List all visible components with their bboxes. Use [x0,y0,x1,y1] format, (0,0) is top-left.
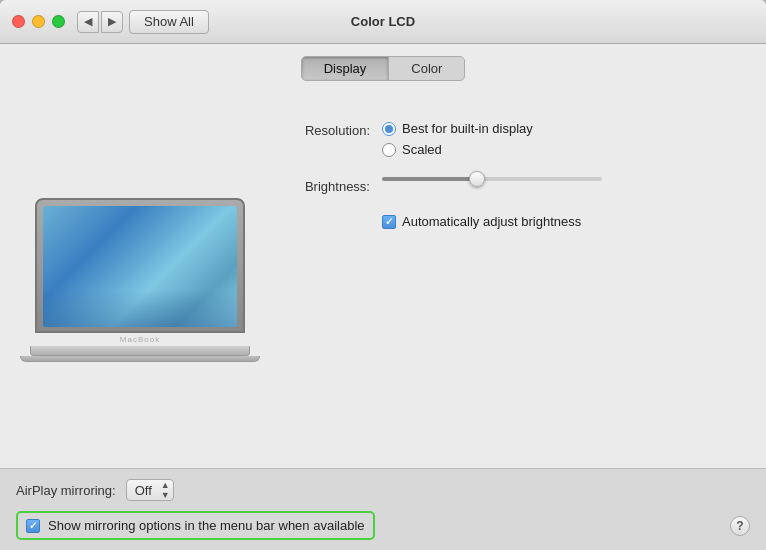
resolution-best-label: Best for built-in display [402,121,533,136]
auto-brightness-row: ✓ Automatically adjust brightness [280,214,736,229]
laptop-bottom [20,356,260,362]
checkmark-icon: ✓ [385,217,393,227]
laptop-illustration: MacBook [35,198,245,362]
traffic-lights [12,15,65,28]
airplay-row: AirPlay mirroring: Off On ▲ ▼ [16,479,750,501]
back-button[interactable]: ◀ [77,11,99,33]
resolution-scaled-option[interactable]: Scaled [382,142,533,157]
auto-brightness-label: Automatically adjust brightness [402,214,581,229]
forward-button[interactable]: ▶ [101,11,123,33]
show-all-button[interactable]: Show All [129,10,209,34]
mirroring-row: ✓ Show mirroring options in the menu bar… [16,511,375,540]
laptop-area: MacBook [20,101,260,458]
resolution-row: Resolution: Best for built-in display Sc… [280,121,736,157]
brightness-label: Brightness: [280,177,370,194]
minimize-button[interactable] [32,15,45,28]
tab-display[interactable]: Display [302,57,390,80]
tabs-area: Display Color [0,44,766,91]
auto-brightness-checkbox[interactable]: ✓ [382,215,396,229]
laptop-base [30,346,250,356]
resolution-best-option[interactable]: Best for built-in display [382,121,533,136]
airplay-select-wrapper[interactable]: Off On ▲ ▼ [126,479,174,501]
mirroring-label: Show mirroring options in the menu bar w… [48,518,365,533]
titlebar: ◀ ▶ Show All Color LCD [0,0,766,44]
bottom-bar: AirPlay mirroring: Off On ▲ ▼ ✓ Show mir… [0,468,766,550]
brightness-row: Brightness: [280,177,736,194]
nav-buttons: ◀ ▶ [77,11,123,33]
brightness-slider-container[interactable] [382,177,602,181]
laptop-brand: MacBook [35,335,245,344]
bottom-actions: ✓ Show mirroring options in the menu bar… [16,511,750,540]
resolution-scaled-radio[interactable] [382,143,396,157]
brightness-slider-track[interactable] [382,177,602,181]
close-button[interactable] [12,15,25,28]
auto-brightness-option[interactable]: ✓ Automatically adjust brightness [382,214,581,229]
auto-brightness-spacer [280,214,370,216]
window-title: Color LCD [351,14,415,29]
tab-color[interactable]: Color [389,57,464,80]
tab-group: Display Color [301,56,466,81]
main-window: ◀ ▶ Show All Color LCD Display Color Mac… [0,0,766,550]
resolution-label: Resolution: [280,121,370,138]
help-button[interactable]: ? [730,516,750,536]
airplay-label: AirPlay mirroring: [16,483,116,498]
resolution-best-radio[interactable] [382,122,396,136]
laptop-screen-outer [35,198,245,333]
settings-panel: Resolution: Best for built-in display Sc… [280,101,736,458]
airplay-select[interactable]: Off On [126,479,174,501]
resolution-scaled-label: Scaled [402,142,442,157]
main-content: MacBook Resolution: Best for built-in di… [0,91,766,468]
maximize-button[interactable] [52,15,65,28]
mirroring-checkbox[interactable]: ✓ [26,519,40,533]
brightness-slider-thumb[interactable] [469,171,485,187]
mirroring-checkmark-icon: ✓ [29,521,37,531]
resolution-radio-group: Best for built-in display Scaled [382,121,533,157]
laptop-screen-inner [43,206,237,327]
